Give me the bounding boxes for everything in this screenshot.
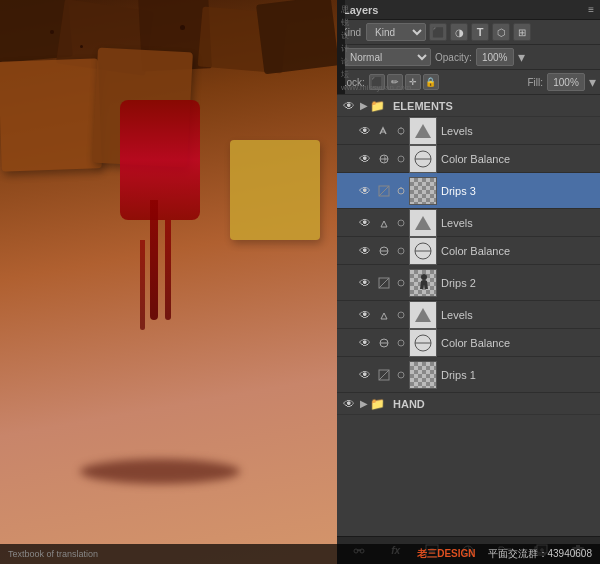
layer-levels-2-eye[interactable]: 👁: [357, 215, 373, 231]
group-hand-folder-icon: 📁: [370, 397, 385, 411]
group-hand-arrow[interactable]: ▶: [360, 398, 368, 409]
svg-marker-16: [415, 216, 431, 230]
layer-drips-2[interactable]: 👁 Drips 2: [337, 265, 600, 301]
layer-colorbalance-1-name: Color Balance: [441, 153, 510, 165]
opacity-input[interactable]: [476, 48, 514, 66]
blend-mode-select[interactable]: Normal: [341, 48, 431, 66]
group-hand-row[interactable]: 👁 ▶ 📁 HAND: [337, 393, 600, 415]
layer-colorbalance-2-thumb: [409, 237, 437, 265]
svg-point-36: [398, 372, 404, 378]
layer-colorbalance-3-link: [395, 337, 407, 349]
group-elements-row[interactable]: 👁 ▶ 📁 ELEMENTS: [337, 95, 600, 117]
watermark-bar: Textbook of translation 老三DESIGN 平面交流群：4…: [0, 544, 600, 564]
layer-levels-1-link: [395, 125, 407, 137]
layer-colorbalance-1-link: [395, 153, 407, 165]
layer-colorbalance-3[interactable]: 👁 Color Balance: [337, 329, 600, 357]
layer-drips-2-thumb: [409, 269, 437, 297]
adjustment-filter-icon[interactable]: ◑: [450, 23, 468, 41]
kind-select[interactable]: Kind: [366, 23, 426, 41]
layer-drips-1-name: Drips 1: [441, 369, 476, 381]
svg-line-11: [379, 186, 389, 196]
svg-point-19: [398, 248, 404, 254]
layers-list[interactable]: 👁 ▶ 📁 ELEMENTS 👁 Levels 👁: [337, 95, 600, 536]
svg-marker-14: [381, 221, 387, 227]
svg-marker-26: [381, 313, 387, 319]
layer-drips-3-eye[interactable]: 👁: [357, 183, 373, 199]
layer-drips-3[interactable]: 👁 Drips 3: [337, 173, 600, 209]
lock-all-icon[interactable]: 🔒: [423, 74, 439, 90]
svg-line-23: [379, 278, 389, 288]
layer-drips-1-eye[interactable]: 👁: [357, 367, 373, 383]
group-elements-folder-icon: 📁: [370, 99, 385, 113]
layer-colorbalance-1-eye[interactable]: 👁: [357, 151, 373, 167]
layer-drips-3-thumb: [409, 177, 437, 205]
blend-opacity-row: Normal Opacity: ▾: [337, 45, 600, 70]
kind-toolbar-row: Kind Kind ⬛ ◑ T ⬡ ⊞: [337, 20, 600, 45]
group-hand-eye[interactable]: 👁: [341, 396, 357, 412]
panel-topbar: Layers ≡: [337, 0, 600, 20]
svg-point-25: [421, 274, 427, 280]
layer-drips-2-eye[interactable]: 👁: [357, 275, 373, 291]
opacity-label: Opacity:: [435, 52, 472, 63]
layer-drips-2-link: [395, 277, 407, 289]
svg-point-7: [398, 156, 404, 162]
layer-levels-3[interactable]: 👁 Levels: [337, 301, 600, 329]
layer-colorbalance-2-type: [376, 243, 392, 259]
canvas-area: [0, 0, 337, 564]
layer-colorbalance-3-type: [376, 335, 392, 351]
layer-colorbalance-2-name: Color Balance: [441, 245, 510, 257]
fill-label: Fill:: [527, 77, 543, 88]
layer-drips-1-thumb: [409, 361, 437, 389]
svg-marker-4: [415, 124, 431, 138]
opacity-chevron[interactable]: ▾: [518, 49, 525, 65]
layer-levels-3-eye[interactable]: 👁: [357, 307, 373, 323]
panel-menu-icon[interactable]: ≡: [588, 4, 594, 15]
layer-colorbalance-3-thumb: [409, 329, 437, 357]
layer-colorbalance-1-thumb: [409, 145, 437, 173]
shape-filter-icon[interactable]: ⬡: [492, 23, 510, 41]
svg-point-15: [398, 220, 404, 226]
layer-drips-3-type: [376, 183, 392, 199]
layer-levels-2-name: Levels: [441, 217, 473, 229]
group-hand-label: HAND: [393, 398, 425, 410]
group-elements-label: ELEMENTS: [393, 100, 453, 112]
watermark-left-text: Textbook of translation: [8, 549, 98, 559]
layer-colorbalance-1-type: [376, 151, 392, 167]
layer-levels-2-type: [376, 215, 392, 231]
svg-point-27: [398, 312, 404, 318]
layer-colorbalance-2[interactable]: 👁 Color Balance: [337, 237, 600, 265]
layer-colorbalance-3-eye[interactable]: 👁: [357, 335, 373, 351]
layer-colorbalance-1[interactable]: 👁 Color Balance: [337, 145, 600, 173]
layer-drips-1-link: [395, 369, 407, 381]
watermark-brand: 老三DESIGN 平面交流群：43940608: [417, 547, 592, 561]
layer-drips-3-name: Drips 3: [441, 185, 476, 197]
svg-point-24: [398, 280, 404, 286]
layer-levels-3-name: Levels: [441, 309, 473, 321]
watermark-group-info: 平面交流群：43940608: [488, 547, 593, 561]
group-elements-eye[interactable]: 👁: [341, 98, 357, 114]
layer-drips-3-link: [395, 185, 407, 197]
svg-marker-28: [415, 308, 431, 322]
layer-levels-1[interactable]: 👁 Levels: [337, 117, 600, 145]
header-watermark: 思锐设计论坛 www.missyuan.com: [337, 0, 345, 94]
layer-drips-1[interactable]: 👁 Drips 1: [337, 357, 600, 393]
layer-colorbalance-2-eye[interactable]: 👁: [357, 243, 373, 259]
svg-point-31: [398, 340, 404, 346]
layer-levels-1-type: [376, 123, 392, 139]
pixel-filter-icon[interactable]: ⬛: [429, 23, 447, 41]
layer-colorbalance-3-name: Color Balance: [441, 337, 510, 349]
layer-levels-2[interactable]: 👁 Levels: [337, 209, 600, 237]
layer-levels-2-thumb: [409, 209, 437, 237]
layer-levels-1-name: Levels: [441, 125, 473, 137]
layer-levels-3-thumb: [409, 301, 437, 329]
layer-drips-2-type: [376, 275, 392, 291]
layer-levels-3-link: [395, 309, 407, 321]
type-filter-icon[interactable]: T: [471, 23, 489, 41]
group-elements-arrow[interactable]: ▶: [360, 100, 368, 111]
fill-input[interactable]: [547, 73, 585, 91]
watermark-brand-name: 老三DESIGN: [417, 547, 475, 561]
fill-chevron[interactable]: ▾: [589, 74, 596, 90]
layer-levels-1-eye[interactable]: 👁: [357, 123, 373, 139]
layer-drips-2-name: Drips 2: [441, 277, 476, 289]
smart-filter-icon[interactable]: ⊞: [513, 23, 531, 41]
